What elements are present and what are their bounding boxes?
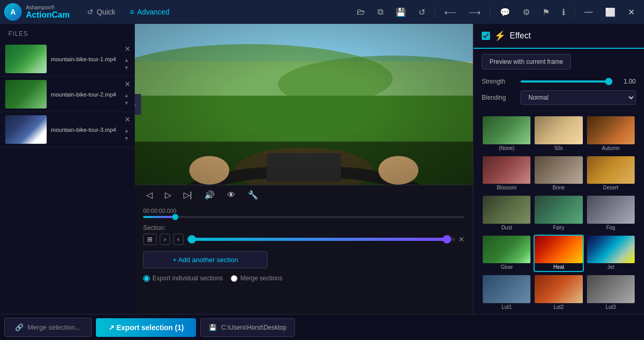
effect-panel: ⚡ Effect Preview with current frame Stre… (473, 24, 644, 314)
blending-select[interactable]: Normal Multiply Screen Overlay (521, 90, 636, 105)
strength-thumb[interactable] (605, 78, 612, 85)
redo-btn[interactable]: ⟶ (464, 4, 486, 20)
seek-fill (143, 216, 175, 218)
effect-item[interactable]: Fog (586, 195, 636, 233)
export-individual-option[interactable]: Export individual sections (143, 275, 222, 282)
settings-tool-btn[interactable]: 🔧 (245, 188, 261, 201)
brand-name: Ashampoo® (26, 5, 69, 10)
rewind-btn[interactable]: ◁ (143, 188, 156, 201)
effect-item[interactable]: Lut1 (482, 274, 531, 312)
file-thumbnail (5, 115, 47, 144)
advanced-nav-btn[interactable]: ≡ Advanced (122, 5, 176, 19)
volume-btn[interactable]: 🔊 (201, 188, 218, 201)
seek-thumb[interactable] (172, 214, 178, 220)
effect-item[interactable]: Fairy (534, 195, 583, 233)
divider2 (490, 6, 491, 18)
section-prev-btn[interactable]: ‹ (173, 234, 184, 245)
preview-frame-btn[interactable]: Preview with current frame (482, 54, 571, 70)
effect-item-label: (None) (499, 144, 515, 152)
file-item: mountain-bike-tour-1.mp4 ✕ ▲ ▼ (0, 42, 135, 77)
file-remove-btn[interactable]: ✕ (124, 45, 131, 53)
file-remove-btn[interactable]: ✕ (124, 115, 131, 124)
effect-thumb-scene (483, 196, 530, 224)
app-logo-icon: A (4, 3, 22, 21)
effect-item-label: Dust (501, 224, 512, 232)
collapse-panel-btn[interactable]: ‹ (135, 94, 141, 115)
effect-thumb-scene (483, 116, 530, 144)
effect-item[interactable]: Autumn (586, 115, 636, 153)
info-btn[interactable]: ℹ (557, 4, 570, 20)
reset-btn[interactable]: ↺ (413, 4, 430, 20)
undo-btn[interactable]: ⟵ (439, 4, 461, 20)
app-title: ActionCam (26, 10, 69, 20)
add-section-btn[interactable]: + Add another section (143, 251, 268, 268)
section-remove-btn[interactable]: ✕ (458, 235, 465, 243)
file-arrows: ▲ ▼ (122, 92, 131, 106)
play-btn[interactable]: ▷ (162, 188, 174, 201)
effect-item[interactable]: Glow (482, 235, 531, 273)
section-next-btn[interactable]: › (160, 234, 170, 245)
effect-item[interactable]: 50s (534, 115, 583, 153)
effect-thumbnail (587, 196, 635, 224)
main-content: Files mountain-bike-tour-1.mp4 ✕ ▲ ▼ mou… (0, 24, 644, 314)
flag-btn[interactable]: ⚑ (537, 4, 555, 20)
visibility-btn[interactable]: 👁 (224, 189, 239, 201)
effect-item[interactable]: Bone (534, 155, 583, 193)
effect-title: Effect (510, 31, 531, 40)
effect-thumb-scene (587, 116, 635, 144)
divider3 (575, 6, 575, 18)
output-path-btn[interactable]: 💾 C:\Users\Horst\Desktop (200, 318, 295, 337)
merge-sections-radio[interactable] (231, 275, 237, 282)
video-background (135, 24, 473, 185)
effect-item[interactable]: Lut3 (586, 274, 636, 312)
export-selection-btn[interactable]: ↗ Export selection (1) (96, 318, 197, 337)
open-folder-btn[interactable]: 🗁 (352, 4, 370, 20)
file-name: mountain-bike-tour-1.mp4 (51, 56, 130, 62)
file-remove-btn[interactable]: ✕ (124, 80, 131, 88)
merge-sections-option[interactable]: Merge sections (231, 275, 282, 282)
strength-slider[interactable] (521, 80, 612, 83)
effect-item[interactable]: Dust (482, 195, 531, 233)
effect-item-label: Lut3 (606, 303, 615, 311)
seek-track[interactable] (143, 216, 465, 218)
move-up-btn[interactable]: ▲ (122, 57, 131, 63)
move-up-btn[interactable]: ▲ (122, 92, 131, 99)
effect-thumb-scene (535, 156, 582, 184)
move-down-btn[interactable]: ▼ (122, 135, 131, 142)
move-up-btn[interactable]: ▲ (122, 127, 131, 134)
save-btn[interactable]: 💾 (390, 4, 411, 20)
export-options-row: Export individual sections Merge section… (135, 273, 473, 284)
chat-btn[interactable]: 💬 (495, 4, 515, 20)
close-btn[interactable]: ✕ (623, 4, 640, 20)
effect-item[interactable]: (None) (482, 115, 531, 153)
quick-nav-btn[interactable]: ↺ Quick (80, 5, 122, 19)
effect-item[interactable]: Lut2 (534, 274, 583, 312)
effect-enabled-checkbox[interactable] (482, 32, 490, 40)
effect-thumbnail (535, 116, 582, 144)
effect-item-label: Jet (607, 263, 614, 271)
effect-item[interactable]: Blossom (482, 155, 531, 193)
move-down-btn[interactable]: ▼ (122, 64, 131, 71)
effect-item[interactable]: Jet (586, 235, 636, 273)
copy-btn[interactable]: ⧉ (372, 4, 388, 20)
export-individual-radio[interactable] (143, 275, 150, 282)
section-add-btn[interactable]: ⊞ (143, 234, 157, 245)
maximize-btn[interactable]: ⬜ (600, 4, 621, 20)
settings-btn[interactable]: ⚙ (517, 4, 535, 20)
file-arrows: ▲ ▼ (122, 127, 131, 142)
fast-forward-btn[interactable]: ▷| (180, 188, 195, 201)
strength-label: Strength (482, 78, 515, 85)
section-left-thumb[interactable] (188, 235, 196, 243)
title-bar: A Ashampoo® ActionCam ↺ Quick ≡ Advanced… (0, 0, 644, 24)
bottom-bar: 🔗 Merge selection... ↗ Export selection … (0, 314, 644, 340)
effect-item[interactable]: Desert (586, 155, 636, 193)
quick-icon: ↺ (87, 8, 93, 16)
move-down-btn[interactable]: ▼ (122, 100, 131, 106)
effect-thumbnail (535, 236, 582, 264)
section-right-thumb[interactable] (443, 235, 451, 243)
path-label: C:\Users\Horst\Desktop (221, 324, 286, 331)
merge-selection-btn[interactable]: 🔗 Merge selection... (4, 318, 92, 337)
minimize-btn[interactable]: — (579, 4, 598, 20)
section-track[interactable] (187, 238, 455, 241)
effect-item[interactable]: Heat (534, 235, 583, 273)
